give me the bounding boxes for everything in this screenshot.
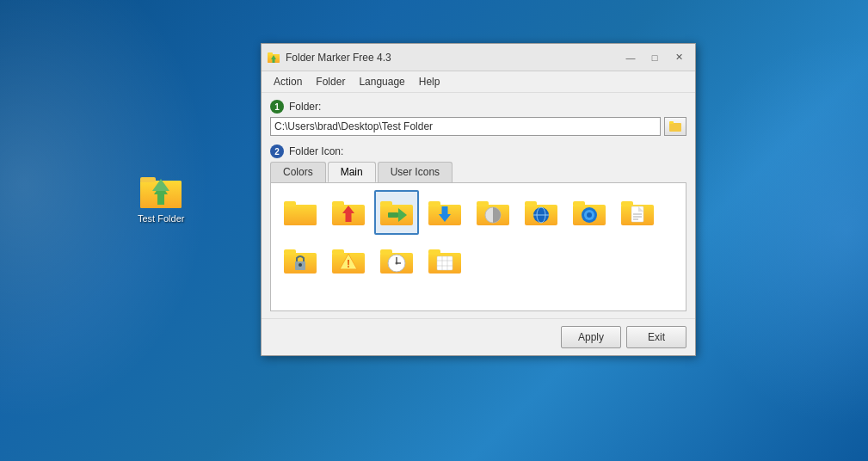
icon-folder-up-arrow[interactable]: [326, 190, 371, 235]
exit-button[interactable]: Exit: [626, 326, 686, 348]
icon-folder-globe[interactable]: [519, 190, 563, 235]
svg-rect-9: [669, 123, 681, 132]
apply-button[interactable]: Apply: [561, 326, 621, 348]
icon-folder-half[interactable]: [471, 190, 515, 235]
menu-help[interactable]: Help: [412, 73, 447, 90]
icons-panel: !: [270, 182, 686, 311]
svg-point-47: [299, 263, 302, 267]
menu-language[interactable]: Language: [352, 73, 411, 90]
svg-point-36: [587, 212, 592, 218]
section2-label: 2 Folder Icon:: [270, 144, 686, 158]
dialog-footer: Apply Exit: [262, 318, 695, 355]
svg-rect-60: [437, 256, 452, 270]
icon-folder-clock[interactable]: [374, 238, 419, 283]
title-bar: Folder Marker Free 4.3 — □ ✕: [262, 44, 695, 71]
icon-folder-down-arrow[interactable]: [422, 190, 467, 235]
svg-text:!: !: [347, 258, 350, 270]
svg-rect-28: [525, 201, 537, 206]
svg-rect-49: [332, 249, 344, 255]
menu-bar: Action Folder Language Help: [262, 71, 695, 93]
svg-rect-10: [669, 121, 674, 124]
icon-folder-green-arrow[interactable]: [374, 190, 419, 235]
icon-folder-warning[interactable]: !: [326, 238, 371, 283]
svg-rect-59: [428, 249, 440, 255]
tab-user-icons[interactable]: User Icons: [378, 162, 452, 182]
menu-folder[interactable]: Folder: [309, 73, 352, 90]
menu-action[interactable]: Action: [267, 73, 309, 90]
svg-rect-22: [428, 201, 440, 206]
minimize-button[interactable]: —: [619, 48, 642, 67]
step2-circle: 2: [270, 144, 284, 158]
icon-folder-blue-dot[interactable]: [567, 190, 612, 235]
icon-folder-lock[interactable]: [278, 238, 323, 283]
icon-folder-document[interactable]: [615, 190, 660, 235]
title-controls: — □ ✕: [619, 48, 690, 67]
desktop-folder-label: Test Folder: [138, 213, 184, 224]
folder-path-row: [270, 117, 686, 136]
svg-rect-18: [380, 201, 392, 206]
desktop-light-left: [0, 0, 241, 461]
folder-marker-dialog: Folder Marker Free 4.3 — □ ✕ Action Fold…: [261, 43, 696, 356]
svg-rect-12: [284, 205, 317, 225]
svg-rect-25: [477, 201, 489, 206]
tab-colors[interactable]: Colors: [270, 162, 326, 182]
section1-text: Folder:: [289, 101, 321, 113]
tabs-row: Colors Main User Icons: [270, 162, 686, 182]
browse-button[interactable]: [664, 117, 686, 136]
dialog-content: 1 Folder: 2 Folder Icon: Colors Main U: [262, 93, 695, 318]
tab-main[interactable]: Main: [328, 162, 376, 182]
maximize-button[interactable]: □: [643, 48, 666, 67]
browse-icon: [668, 120, 682, 132]
svg-rect-19: [388, 212, 398, 218]
folder-desktop-svg: [139, 172, 183, 210]
svg-rect-15: [332, 201, 344, 206]
svg-rect-13: [284, 201, 296, 206]
svg-rect-2: [140, 177, 156, 182]
svg-rect-38: [621, 201, 633, 206]
section1-label: 1 Folder:: [270, 100, 686, 114]
app-icon: [267, 51, 280, 65]
title-bar-left: Folder Marker Free 4.3: [267, 51, 391, 65]
section2-text: Folder Icon:: [289, 145, 343, 157]
svg-point-57: [396, 262, 398, 265]
svg-rect-33: [573, 201, 585, 206]
svg-rect-7: [268, 52, 273, 55]
svg-rect-45: [284, 249, 296, 255]
step1-circle: 1: [270, 100, 284, 114]
close-button[interactable]: ✕: [668, 48, 690, 67]
icon-folder-grid[interactable]: [422, 238, 467, 283]
title-text: Folder Marker Free 4.3: [286, 52, 391, 64]
icon-plain-folder[interactable]: [278, 190, 323, 235]
desktop-folder-icon[interactable]: Test Folder: [138, 172, 184, 224]
folder-path-input[interactable]: [270, 117, 661, 136]
svg-rect-53: [380, 249, 392, 255]
